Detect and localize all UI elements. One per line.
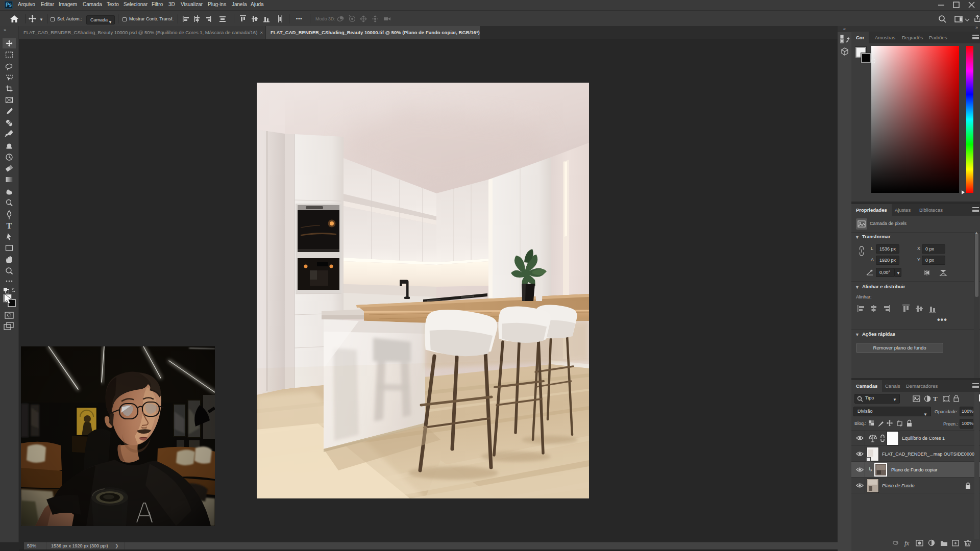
svg-text:T: T <box>933 395 938 403</box>
svg-text:T: T <box>7 221 12 230</box>
svg-text:fx: fx <box>904 539 910 547</box>
svg-text:»: » <box>4 28 6 33</box>
